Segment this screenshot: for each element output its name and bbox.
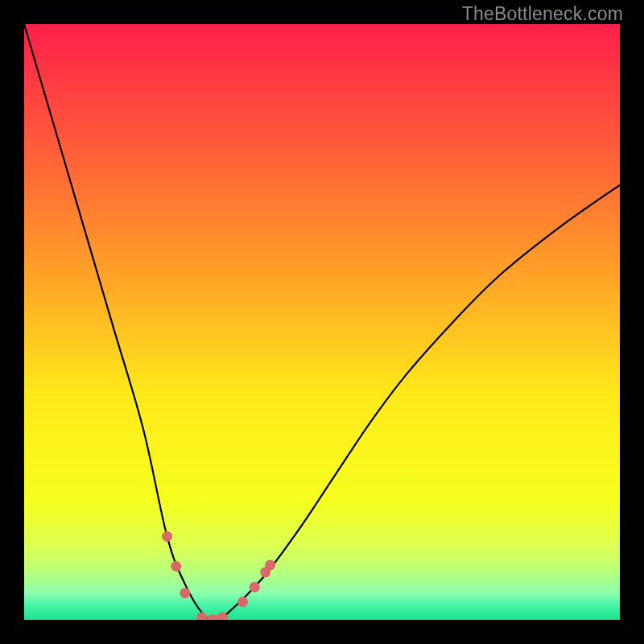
highlight-dot [237, 597, 248, 607]
highlight-dot [171, 561, 181, 572]
highlight-dot [180, 588, 190, 598]
plot-area [24, 24, 620, 620]
highlight-dot [265, 559, 275, 570]
bottleneck-curve [24, 24, 620, 620]
highlight-dot [196, 613, 207, 620]
highlight-dot [162, 531, 172, 542]
chart-frame: TheBottleneck.com [0, 0, 644, 644]
curve-layer [24, 24, 620, 620]
highlight-dot [250, 582, 260, 592]
watermark-text: TheBottleneck.com [462, 3, 623, 25]
highlight-dots [162, 531, 275, 620]
